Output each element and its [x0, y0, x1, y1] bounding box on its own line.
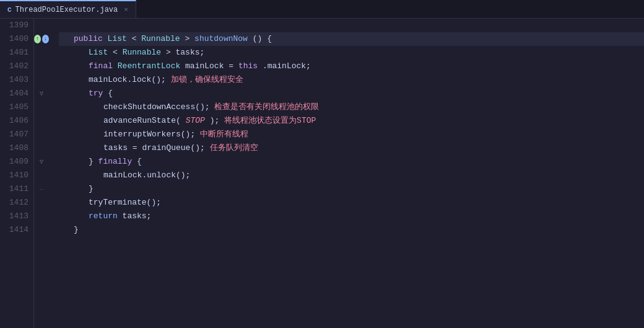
- gutter-1407: [34, 128, 49, 141]
- gutter-1414: [34, 223, 49, 237]
- gutter-1401: [34, 46, 49, 60]
- type-list: List: [108, 34, 127, 43]
- code-return-tasks: tasks;: [123, 211, 152, 221]
- line-num-1408: 1408: [5, 141, 28, 155]
- code-drain-queue: tasks = drainQueue();: [103, 143, 210, 153]
- code-content: public List < Runnable > shutdownNow () …: [49, 19, 644, 328]
- type-list-2: List: [89, 48, 108, 57]
- comment-1407: 中断所有线程: [200, 130, 248, 139]
- code-check-shutdown: checkShutdownAccess();: [103, 102, 214, 112]
- comment-1405: 检查是否有关闭线程池的权限: [214, 102, 319, 112]
- keyword-final: final: [89, 61, 118, 71]
- line-num-1412: 1412: [5, 196, 28, 210]
- code-line-1409: } finally {: [59, 155, 644, 169]
- code-line-1411: }: [59, 182, 644, 196]
- line-num-1399: 1399: [5, 19, 28, 32]
- line-num-1413: 1413: [5, 210, 28, 223]
- code-line-1410: mainLock.unlock();: [59, 169, 644, 182]
- code-line-1407: interruptWorkers(); 中断所有线程: [59, 128, 644, 141]
- code-try-terminate: tryTerminate();: [89, 198, 161, 207]
- gutter-1408: [34, 141, 49, 155]
- comment-1408: 任务队列清空: [210, 143, 258, 153]
- gutter-1410: [34, 169, 49, 182]
- fold-arrow-1409[interactable]: ▽: [40, 158, 43, 166]
- gutter-1400: ↑ ↓: [34, 32, 49, 46]
- code-line-1404: try {: [59, 87, 644, 100]
- type-runnable-2: Runnable: [123, 48, 161, 57]
- constant-stop: STOP: [186, 116, 205, 125]
- type-runnable: Runnable: [141, 34, 180, 43]
- line-num-1405: 1405: [5, 100, 28, 114]
- tab-bar: C ThreadPoolExecutor.java ×: [0, 0, 644, 19]
- gutter-1413: [34, 210, 49, 223]
- gutter-1412: [34, 196, 49, 210]
- keyword-return: return: [89, 211, 123, 221]
- line-num-1403: 1403: [5, 73, 28, 87]
- keyword-public: public: [74, 34, 108, 43]
- gutter-1411[interactable]: —: [34, 182, 49, 196]
- code-line-1406: advanceRunState( STOP ); 将线程池状态设置为STOP: [59, 114, 644, 128]
- line-num-1414: 1414: [5, 223, 28, 237]
- gutter-1409[interactable]: ▽: [34, 155, 49, 169]
- gutter: ↑ ↓ ▽ ▽: [34, 19, 49, 328]
- line-num-1404: 1404: [5, 87, 28, 100]
- gutter-1402: [34, 60, 49, 73]
- line-numbers: 1399 1400 1401 1402 1403 1404 1405 1406: [0, 19, 34, 328]
- gutter-1404[interactable]: ▽: [34, 87, 49, 100]
- code-line-1401: List < Runnable > tasks;: [59, 46, 644, 60]
- fold-arrow-1404[interactable]: ▽: [40, 90, 43, 97]
- code-area: 1399 1400 1401 1402 1403 1404 1405 1406: [0, 19, 644, 328]
- code-mainlock-lock: mainLock.lock();: [89, 75, 171, 84]
- gutter-1405: [34, 100, 49, 114]
- keyword-try: try: [89, 89, 108, 98]
- badge-down-icon: ↓: [42, 35, 49, 43]
- code-line-1414: }: [59, 223, 644, 237]
- code-line-1408: tasks = drainQueue(); 任务队列清空: [59, 141, 644, 155]
- code-advance-run-state: advanceRunState(: [103, 116, 181, 125]
- line-num-1409: 1409: [5, 155, 28, 169]
- code-line-1403: mainLock.lock(); 加锁，确保线程安全: [59, 73, 644, 87]
- line-num-1401: 1401: [5, 46, 28, 60]
- code-interrupt-workers: interruptWorkers();: [103, 130, 200, 139]
- fold-arrow-1411[interactable]: —: [40, 186, 43, 193]
- tab-filename: ThreadPoolExecutor.java: [15, 6, 118, 14]
- file-tab[interactable]: C ThreadPoolExecutor.java ×: [0, 0, 136, 18]
- code-line-1400: public List < Runnable > shutdownNow () …: [59, 32, 644, 46]
- comment-1403: 加锁，确保线程安全: [171, 75, 243, 84]
- line-num-1406: 1406: [5, 114, 28, 128]
- code-line-1413: return tasks;: [59, 210, 644, 223]
- tab-close-button[interactable]: ×: [124, 6, 128, 14]
- keyword-this: this: [238, 61, 258, 71]
- java-file-icon: C: [7, 6, 12, 14]
- badge-up-icon: ↑: [34, 35, 41, 43]
- gutter-1399: [34, 19, 49, 32]
- line-num-1400: 1400: [5, 32, 28, 46]
- line-num-1402: 1402: [5, 60, 28, 73]
- line-num-1407: 1407: [5, 128, 28, 141]
- code-unlock: mainLock.unlock();: [103, 171, 190, 180]
- code-line-1405: checkShutdownAccess(); 检查是否有关闭线程池的权限: [59, 100, 644, 114]
- code-line-1402: final ReentrantLock mainLock = this .mai…: [59, 60, 644, 73]
- keyword-finally: finally: [98, 157, 137, 166]
- type-reentrantlock: ReentrantLock: [118, 61, 180, 71]
- method-shutdownnow: shutdownNow: [194, 34, 248, 43]
- line-num-1411: 1411: [5, 182, 28, 196]
- editor-container: C ThreadPoolExecutor.java × 1399 1400 14…: [0, 0, 644, 328]
- code-line-1412: tryTerminate();: [59, 196, 644, 210]
- gutter-1403: [34, 73, 49, 87]
- code-line-1399: [59, 19, 644, 32]
- line-num-1410: 1410: [5, 169, 28, 182]
- comment-1406: 将线程池状态设置为STOP: [224, 116, 316, 125]
- gutter-1406: [34, 114, 49, 128]
